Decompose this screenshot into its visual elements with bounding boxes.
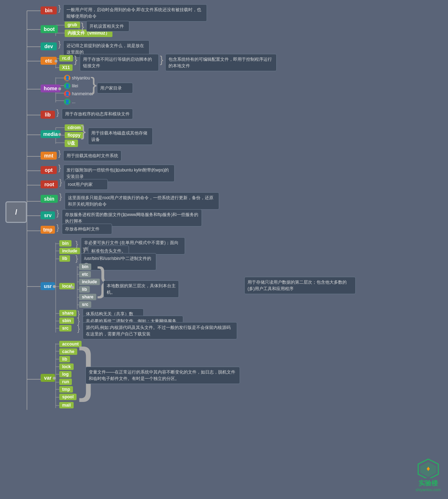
brace-srv: } (56, 209, 59, 218)
brace-boot: } (81, 21, 84, 32)
brace-root: } (59, 178, 62, 187)
var-lib: lib (59, 356, 70, 362)
dot-var (53, 377, 56, 380)
desc-etc1: 用于存放不同运行等级的启动脚本的链接文件 (80, 54, 159, 71)
dir-opt: opt (41, 166, 57, 174)
dot-etc (55, 60, 57, 63)
local-lib: lib (79, 286, 90, 293)
desc-var: 变量文件——在正常运行的系统中其内容不断变化的文件，如日志，脱机文件和临时电子邮… (86, 367, 240, 384)
user-icon-more: 👤 (64, 99, 70, 105)
user-hanmeimei: 👤 hanmeimei (64, 91, 93, 97)
logo-sub: shiyanlou.com (416, 487, 441, 492)
brace-etc1: } (74, 54, 77, 65)
usr-sub-bin: bin (59, 240, 71, 247)
local-src: src (79, 301, 91, 308)
var-mail: mail (59, 402, 74, 408)
dir-mnt: mnt (41, 152, 57, 160)
brace-lib: } (56, 108, 59, 117)
local-etc: etc (79, 271, 91, 278)
dir-lib: lib (41, 111, 55, 119)
desc-home: 用户家目录 (97, 83, 133, 93)
logo: ♦ 实验楼 shiyanlou.com (416, 458, 441, 492)
brace-opt: } (58, 163, 61, 173)
dot-media (58, 133, 61, 136)
desc-sbin: 这里面很多只能是root用户才能执行的命令，一些系统进行更新，备份，还原和开关机… (65, 192, 219, 210)
dir-bin: bin (41, 6, 57, 14)
dir-tmp: tmp (41, 226, 55, 234)
brace-bin: } (58, 4, 61, 13)
desc-local: 本地数据的第三层次，具体到本台主机。 (103, 280, 179, 298)
var-spool: spool (59, 394, 77, 400)
brace-usr-bin: } (75, 239, 78, 249)
desc-usr-lib: /usr/bin/和/usr/sbin/中二进制文件的库。 (81, 253, 156, 270)
desc-etc2: 包含系统特有的可编辑配置文件，即用于控制程序运行的本地文件 (165, 54, 277, 71)
var-tmp: tmp (59, 386, 73, 393)
desc-bin: 一般用户可用，启动时会用到的命令,即在文件系统还没有被挂载时，也能够使用的命令 (63, 4, 207, 22)
usr-sub-src: src (59, 325, 71, 331)
usr-sub-share: share (59, 310, 77, 316)
brace-etc2: } (160, 54, 163, 65)
desc-usr-main: 用于存储只读用户数据的第二层次；包含他大多数的(多)用户工具和应用程序 (244, 277, 356, 294)
desc-usr-src: 源代码,例如:内核源代码及其头文件。不过一般的发行版是不会保留内核源码在这里的，… (83, 322, 237, 339)
brace-dev: } (58, 40, 61, 49)
user-lilei: 👤 lilei (64, 83, 78, 89)
desc-mnt: 用于挂载其他临时文件系统 (63, 150, 121, 161)
usr-sub-sbin: sbin (59, 317, 74, 324)
desc-lib: 用于存放程序的动态库和模块文件 (62, 109, 133, 119)
desc-media: 用于挂载本地磁盘或其他存储设备 (88, 128, 153, 145)
sub-rcd: rc.d (59, 55, 73, 61)
dir-root: root (41, 180, 58, 188)
var-run: run (59, 379, 72, 385)
user-more: 👤 ... (64, 99, 75, 105)
user-icon-hanmeimei: 👤 (64, 91, 70, 97)
dir-home: home (41, 84, 60, 92)
brace-home: } (91, 75, 97, 93)
brace-usr-lib: } (75, 254, 78, 263)
dir-srv: srv (41, 211, 55, 219)
dot-usr (53, 285, 56, 288)
var-cache: cache (59, 348, 77, 355)
sub-udisk: U盘 (65, 139, 78, 147)
dir-boot: boot (41, 25, 58, 33)
brace-media: } (81, 124, 86, 139)
usr-sub-lib: lib (59, 255, 70, 262)
brace-mnt: } (58, 149, 61, 158)
svg-text:♦: ♦ (426, 464, 430, 472)
brace-sbin: } (59, 192, 62, 201)
local-bin: bin (79, 264, 91, 270)
dir-media: media (41, 130, 60, 138)
desc-root: root用户的家 (65, 179, 108, 190)
brace-tmp: } (56, 223, 59, 232)
user-icon-lilei: 👤 (64, 83, 70, 89)
sub-grub: grub (65, 22, 80, 28)
desc-boot: 开机设置相关文件 (86, 21, 129, 32)
logo-text: 实验楼 (419, 479, 438, 487)
user-shiyanlou: 👤 shiyanlou (64, 75, 90, 81)
var-lock: lock (59, 363, 74, 370)
desc-tmp: 存放各种临时文件 (62, 224, 112, 234)
dir-sbin: sbin (41, 195, 58, 203)
dot-local (71, 286, 74, 289)
logo-icon: ♦ (417, 458, 439, 478)
user-icon-shiyanlou: 👤 (64, 75, 70, 81)
dot-home (58, 87, 61, 90)
sub-x11: X11 (59, 64, 73, 71)
var-log: log (59, 371, 71, 377)
local-share: share (79, 294, 96, 300)
brace-usr-src: } (77, 324, 80, 333)
dir-dev: dev (41, 42, 57, 50)
root-label: / (15, 208, 17, 216)
root-node: / (5, 201, 27, 223)
